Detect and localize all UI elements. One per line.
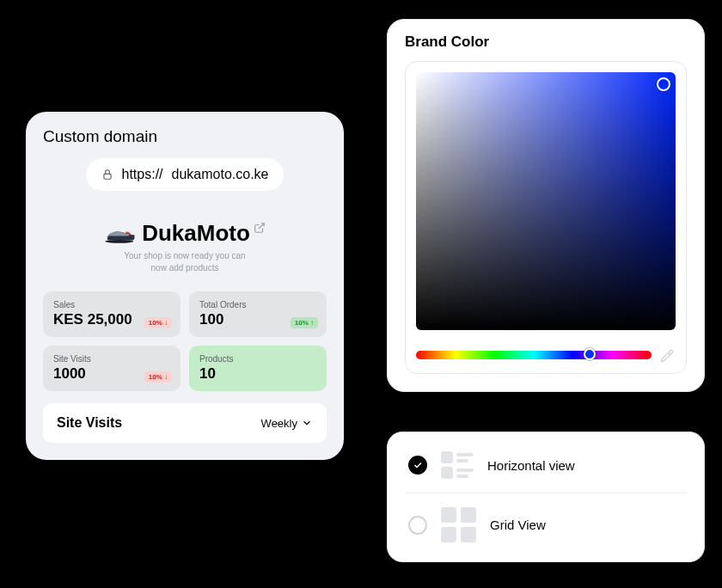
hue-slider[interactable] xyxy=(416,351,652,359)
lock-icon xyxy=(101,168,113,181)
visits-panel-title: Site Visits xyxy=(57,415,122,431)
svg-rect-0 xyxy=(103,174,110,179)
view-option-label: Grid View xyxy=(490,518,546,532)
custom-domain-section: Custom domain https:// dukamoto.co.ke xyxy=(26,112,344,211)
brand-color-title: Brand Color xyxy=(405,34,687,51)
shop-header: DukaMoto Your shop is now ready you can … xyxy=(26,211,344,279)
stat-badge: 10% ↓ xyxy=(144,371,172,383)
stat-badge: 10% ↓ xyxy=(144,317,172,328)
color-picker xyxy=(405,61,687,374)
check-icon xyxy=(413,460,423,470)
view-options-card: Horizontal view Grid View xyxy=(387,432,705,562)
shop-name: DukaMoto xyxy=(142,220,250,247)
domain-protocol: https:// xyxy=(122,167,163,182)
view-option-grid[interactable]: Grid View xyxy=(405,493,687,556)
stat-badge: 10% ↑ xyxy=(291,317,318,328)
view-option-horizontal[interactable]: Horizontal view xyxy=(405,438,687,493)
chevron-down-icon xyxy=(301,417,313,429)
view-option-label: Horizontal view xyxy=(487,458,575,473)
stat-card-sales[interactable]: Sales KES 25,000 10% ↓ xyxy=(43,291,180,337)
stat-value: 10 xyxy=(199,365,316,383)
domain-input-pill[interactable]: https:// dukamoto.co.ke xyxy=(86,158,285,191)
radio-unchecked[interactable] xyxy=(408,516,427,535)
external-link-icon[interactable] xyxy=(254,222,266,234)
stat-label: Sales xyxy=(53,300,170,309)
eyedropper-icon[interactable] xyxy=(660,347,676,363)
stat-card-orders[interactable]: Total Orders 100 10% ↑ xyxy=(189,291,327,337)
domain-name: dukamoto.co.ke xyxy=(172,167,269,182)
horizontal-layout-icon xyxy=(441,451,474,479)
custom-domain-title: Custom domain xyxy=(43,127,327,146)
dashboard-card: Custom domain https:// dukamoto.co.ke Du… xyxy=(26,112,344,460)
grid-layout-icon xyxy=(441,507,476,542)
saturation-value-area[interactable] xyxy=(416,72,676,330)
stat-card-products[interactable]: Products 10 xyxy=(189,346,327,391)
period-dropdown[interactable]: Weekly xyxy=(261,417,313,430)
stat-label: Total Orders xyxy=(199,300,316,309)
svg-point-1 xyxy=(105,239,133,242)
site-visits-panel: Site Visits Weekly xyxy=(43,403,327,443)
stat-label: Products xyxy=(199,354,316,364)
stat-label: Site Visits xyxy=(53,354,170,364)
hue-handle[interactable] xyxy=(584,348,596,360)
stat-card-visits[interactable]: Site Visits 1000 10% ↓ xyxy=(43,346,180,391)
brand-color-card: Brand Color xyxy=(387,19,705,392)
radio-checked[interactable] xyxy=(408,456,427,475)
stats-grid: Sales KES 25,000 10% ↓ Total Orders 100 … xyxy=(26,279,344,400)
shoe-icon xyxy=(104,223,137,245)
sv-handle[interactable] xyxy=(657,77,670,91)
shop-subtitle: Your shop is now ready you can now add p… xyxy=(43,250,327,274)
